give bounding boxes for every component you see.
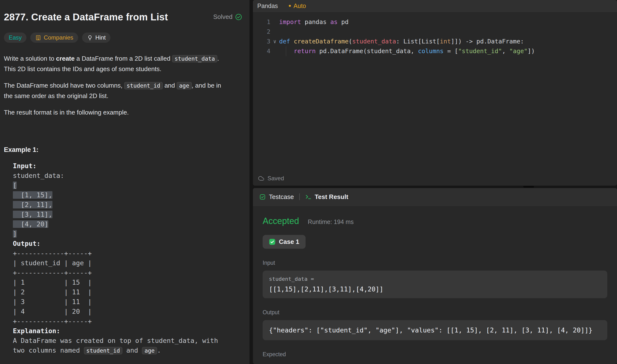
tab-testcase[interactable]: Testcase <box>259 193 294 201</box>
code-token: student_data <box>352 38 396 45</box>
text-span: +------------+-----+ <box>13 269 92 276</box>
text-span: and <box>122 347 142 354</box>
code-token: import <box>279 18 301 26</box>
example-line: | 3 | 11 | <box>13 297 246 307</box>
code-token <box>290 38 294 45</box>
code-lines[interactable]: 1import pandas as pd23∨def createDatafra… <box>253 17 617 56</box>
input-label: Input <box>263 260 607 266</box>
inline-code: age <box>142 347 157 354</box>
code-token: "student_id" <box>458 48 502 55</box>
text-span: [3, 11], <box>13 211 53 218</box>
example-line: +------------+-----+ <box>13 316 246 326</box>
inline-code: student_data <box>172 55 217 62</box>
example-line: [2, 11], <box>13 200 246 210</box>
expected-label: Expected <box>263 351 607 358</box>
example-line: Explanation: <box>13 326 246 336</box>
code-text: import pandas as pd <box>279 17 349 27</box>
code-token: : List[List[ <box>396 38 440 45</box>
auto-dot-icon: • <box>289 3 291 8</box>
example-line: | student_id | age | <box>13 258 246 268</box>
editor-toolbar: Pandas • Auto <box>253 0 617 12</box>
input-var-name: student_data = <box>269 276 601 282</box>
description-line: the same order as the original 2D list. <box>4 91 246 101</box>
hint-button[interactable]: Hint <box>82 33 111 43</box>
line-number: 3 <box>253 37 270 46</box>
companies-button[interactable]: Companies <box>30 33 78 43</box>
test-result-body: Accepted Runtime: 194 ms Case 1 Input st… <box>253 206 617 358</box>
panel-resize-handle[interactable] <box>523 186 534 188</box>
lightbulb-icon <box>87 35 93 41</box>
example-line: +------------+-----+ <box>13 268 246 278</box>
problem-panel: 2877. Create a DataFrame from List Solve… <box>0 0 249 364</box>
example-line: ] <box>13 229 246 239</box>
text-span: [ <box>13 182 17 189</box>
language-selector[interactable]: Pandas <box>257 2 278 10</box>
leetcode-workspace: 2877. Create a DataFrame from List Solve… <box>0 0 617 364</box>
code-editor-panel: Pandas • Auto 1import pandas as pd23∨def… <box>253 0 617 186</box>
text-span: Input: <box>13 162 37 170</box>
code-token: ( <box>349 38 352 45</box>
description-line: The result format is in the following ex… <box>4 107 246 117</box>
example-line: two columns named student_id and age. <box>13 346 246 355</box>
text-span: This 2D list contains the IDs and ages o… <box>4 65 161 73</box>
solved-label: Solved <box>213 13 233 21</box>
output-label: Output <box>263 309 607 316</box>
difficulty-badge-easy[interactable]: Easy <box>4 33 26 43</box>
case-1-button[interactable]: Case 1 <box>263 235 306 249</box>
output-value: {"headers": ["student_id", "age"], "valu… <box>269 326 601 334</box>
code-line[interactable]: 1import pandas as pd <box>253 17 617 27</box>
auto-toggle[interactable]: • Auto <box>289 2 306 10</box>
description-line: The DataFrame should have two columns, s… <box>4 80 246 91</box>
inline-code: age <box>177 82 192 89</box>
case-check-icon <box>269 239 276 245</box>
example-line: [1, 15], <box>13 190 246 200</box>
text-span: Explanation: <box>13 327 60 335</box>
code-token <box>279 48 294 55</box>
text-span: The DataFrame should have two columns, <box>4 82 124 89</box>
description-line: Write a solution to create a DataFrame f… <box>4 53 246 64</box>
code-line[interactable]: 3∨def createDataframe(student_data: List… <box>253 37 617 46</box>
text-span: ] <box>13 230 17 238</box>
code-token: int <box>440 38 451 45</box>
description-paragraph: The DataFrame should have two columns, s… <box>4 80 246 101</box>
code-token: def <box>279 38 290 45</box>
example-line: student_data: <box>13 171 246 181</box>
indent-guide <box>286 46 286 56</box>
code-line[interactable]: 2 <box>253 27 617 37</box>
text-span: | 4 | 20 | <box>13 308 92 315</box>
example-line: +------------+-----+ <box>13 248 246 258</box>
code-token: "age" <box>509 48 527 55</box>
input-value: [[1,15],[2,11],[3,11],[4,20]] <box>269 285 601 293</box>
saved-label: Saved <box>267 175 284 182</box>
solved-status: Solved <box>213 13 242 21</box>
text-span: and <box>163 82 177 89</box>
text-span: | 2 | 11 | <box>13 288 92 296</box>
code-token: pd <box>338 18 349 26</box>
code-token: columns <box>418 48 444 55</box>
description-paragraph: The result format is in the following ex… <box>4 107 246 117</box>
text-span: two columns named <box>13 347 84 354</box>
code-token: pd.DataFrame(student_data, <box>316 48 418 55</box>
fold-chevron-icon[interactable]: ∨ <box>270 37 279 46</box>
code-text: def createDataframe(student_data: List[L… <box>279 37 524 46</box>
status-accepted: Accepted <box>263 216 299 226</box>
fold-spacer <box>270 17 279 27</box>
test-panel-tabs: Testcase Test Result <box>253 188 617 206</box>
example-line: | 1 | 15 | <box>13 278 246 287</box>
example-line: [4, 20] <box>13 219 246 229</box>
code-token: , <box>502 48 509 55</box>
fold-spacer <box>270 27 279 37</box>
code-token: = [ <box>444 48 458 55</box>
example-line: A DataFrame was created on top of studen… <box>13 336 246 346</box>
tab-test-result[interactable]: Test Result <box>305 193 348 201</box>
text-span: the same order as the original 2D list. <box>4 92 108 100</box>
example-line: [ <box>13 181 246 190</box>
description-line: This 2D list contains the IDs and ages o… <box>4 64 246 74</box>
output-value-block: {"headers": ["student_id", "age"], "valu… <box>263 320 607 340</box>
code-line[interactable]: 4 return pd.DataFrame(student_data, colu… <box>253 46 617 56</box>
testcase-check-icon <box>259 194 266 200</box>
solved-check-icon <box>235 13 242 21</box>
test-result-panel: Testcase Test Result Accepted Runtime: 1… <box>253 188 617 364</box>
text-span: student_data: <box>13 172 64 179</box>
input-value-block: student_data = [[1,15],[2,11],[3,11],[4,… <box>263 271 607 298</box>
